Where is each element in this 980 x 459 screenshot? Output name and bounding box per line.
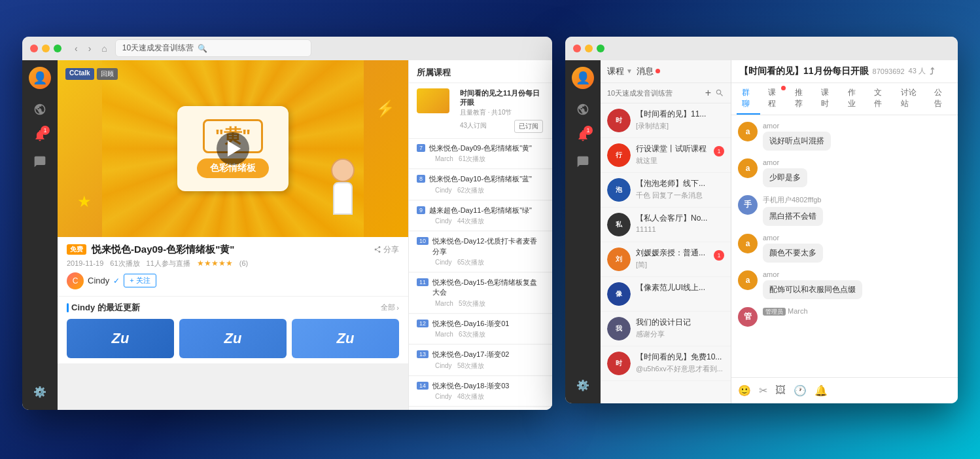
course-item-meta: Cindy 65次播放 — [417, 258, 544, 267]
image-icon[interactable]: 🖼 — [775, 384, 786, 397]
sidebar-item-explore[interactable] — [29, 98, 51, 120]
recent-card-3[interactable]: Zu — [292, 319, 399, 358]
char-head — [331, 158, 355, 182]
nav-buttons: ‹ › ⌂ — [72, 42, 110, 55]
chat-tab-课程[interactable]: 课程 — [763, 83, 786, 115]
left-sidebar: 👤 1 ⚙️ — [22, 60, 58, 410]
msg-item[interactable]: 我 我们的设计日记 感谢分享 — [601, 312, 731, 346]
course-item-title: 悦来悦色-Day15-色彩情绪板复盘大会 — [432, 278, 544, 298]
chat-tab-群聊[interactable]: 群聊 — [737, 83, 760, 115]
right-maximize-button[interactable] — [597, 45, 604, 52]
clock-icon[interactable]: 🕐 — [794, 384, 807, 397]
msg-avatar: 私 — [607, 213, 631, 236]
msg-preview: 感谢分享 — [636, 329, 724, 339]
msg-avatar: 行 — [607, 143, 631, 167]
forward-button[interactable]: › — [86, 42, 94, 55]
sidebar-item-notifications[interactable]: 1 — [29, 124, 51, 147]
right-traffic-lights — [573, 45, 604, 52]
minimize-button[interactable] — [42, 45, 50, 52]
msg-item[interactable]: 时 【时间看的见】免费10... @u5h6xv不好意思才看到... — [601, 346, 731, 381]
emoji-icon[interactable]: 🙂 — [738, 384, 751, 397]
free-tag: 免费 — [67, 244, 86, 255]
course-num-badge: 8 — [417, 175, 425, 183]
chat-tab-文件[interactable]: 文件 — [869, 83, 892, 115]
course-item[interactable]: 10 悦来悦色-Day12-优质打卡者麦香分享 Cindy 65次播放 — [409, 232, 552, 272]
course-item[interactable]: 13 悦来悦色-Day17-渐变02 Cindy 58次播放 — [409, 345, 552, 375]
chat-tab-讨论站[interactable]: 讨论站 — [896, 83, 926, 115]
chat-id: 87093692 — [873, 67, 905, 75]
user-avatar[interactable]: 👤 — [29, 67, 51, 89]
traffic-lights — [30, 45, 61, 52]
home-button[interactable]: ⌂ — [99, 42, 109, 55]
course-item[interactable]: 15 悦来悦色-Day22-效率大提升 Cindy 65次播放 — [409, 407, 552, 410]
right-close-button[interactable] — [573, 45, 581, 52]
chat-msg-content: amor 少即是多 — [763, 158, 807, 187]
follow-button[interactable]: + 关注 — [124, 274, 156, 287]
chat-tab-公告[interactable]: 公告 — [929, 83, 953, 115]
course-item[interactable]: 9 越来超色-Day11-色彩情绪板"绿" Cindy 44次播放 — [409, 201, 552, 231]
msg-avatar: 时 — [607, 352, 631, 375]
chat-title: 【时间看的见】11月份每日开眼 87093692 43 人 ⤴ — [739, 65, 950, 77]
course-item-title: 悦来悦色-Day10-色彩情绪板"蓝" — [429, 174, 544, 184]
video-meta: 2019-11-19 61次播放 11人参与直播 ★★★★★ (6) — [67, 259, 399, 268]
course-num-badge: 11 — [417, 278, 429, 286]
course-top-text: 时间看的见之11月份每日开眼 且量教育 · 共10节 43人订阅 已订阅 — [460, 88, 543, 134]
msg-item[interactable]: 刘 刘媛媛亲授：普通... [简] 1 — [601, 242, 731, 277]
video-plays: 61次播放 — [110, 259, 139, 268]
course-item[interactable]: 14 悦来悦色-Day18-渐变03 Cindy 48次播放 — [409, 376, 552, 407]
right-user-avatar[interactable]: 👤 — [572, 67, 594, 89]
share-button[interactable]: 分享 — [374, 244, 399, 255]
settings-icon[interactable]: ⚙️ — [29, 381, 51, 403]
bell-icon[interactable]: 🔔 — [814, 384, 828, 397]
chat-tab-课时[interactable]: 课时 — [816, 83, 839, 115]
subscribe-button[interactable]: 已订阅 — [514, 120, 543, 133]
msg-item[interactable]: 行 行设课堂丨试听课程 就这里 1 — [601, 138, 731, 173]
right-sidebar-explore[interactable] — [572, 98, 594, 120]
course-item[interactable]: 7 悦来悦色-Day09-色彩情绪板"黄" March 61次播放 — [409, 139, 552, 169]
right-sidebar-messages[interactable] — [572, 151, 594, 173]
back-button[interactable]: ‹ — [72, 42, 80, 55]
course-thumbnail — [417, 88, 449, 113]
course-tab[interactable]: 课程 ▼ — [607, 65, 633, 77]
play-button[interactable] — [217, 132, 249, 165]
msg-item[interactable]: 私 【私人会客厅】No... 11111 — [601, 208, 731, 242]
course-item[interactable]: 12 悦来悦色-Day16-渐变01 March 63次播放 — [409, 314, 552, 344]
view-all-button[interactable]: 全部 › — [381, 303, 399, 312]
right-minimize-button[interactable] — [585, 45, 593, 52]
course-item-meta: Cindy 62次播放 — [417, 186, 544, 195]
right-sidebar-notifications[interactable]: 1 — [572, 124, 594, 147]
sidebar-item-messages[interactable] — [29, 151, 51, 173]
maximize-button[interactable] — [54, 45, 61, 52]
author-info: C Cindy ✓ + 关注 — [67, 272, 399, 289]
chat-tab-作业[interactable]: 作业 — [843, 83, 866, 115]
msg-name: 行设课堂丨试听课程 — [636, 143, 709, 155]
msg-item[interactable]: 像 【像素范儿UI线上... — [601, 277, 731, 312]
chat-tab-推荐[interactable]: 推荐 — [790, 83, 813, 115]
search-icon[interactable] — [715, 88, 724, 98]
chat-sender: 手机用户4802fffgb — [763, 195, 823, 205]
msg-badge: 1 — [714, 250, 724, 261]
msg-item[interactable]: 泡 【泡泡老师】线下... 千色 回复了一条消息 — [601, 173, 731, 208]
recent-card-1[interactable]: Zu — [67, 319, 174, 358]
search-input[interactable] — [607, 89, 701, 97]
msg-preview: 就这里 — [636, 156, 709, 166]
author-avatar[interactable]: C — [67, 272, 84, 289]
url-bar[interactable]: 10天速成发音训练营 🔍 — [115, 39, 311, 57]
chat-avatar: a — [738, 234, 758, 253]
close-button[interactable] — [30, 45, 38, 52]
right-settings-icon[interactable]: ⚙️ — [572, 375, 594, 397]
left-window: ‹ › ⌂ 10天速成发音训练营 🔍 👤 1 — [22, 37, 552, 410]
messages-tab[interactable]: 消息 — [637, 65, 724, 77]
share-link-icon[interactable]: ⤴ — [930, 66, 934, 77]
msg-item[interactable]: 时 【时间看的见】11... [录制结束] — [601, 103, 731, 138]
left-main: CCtalk 回顾 ★ ⚡ "黄" 色彩情绪板 — [58, 60, 408, 410]
cut-icon[interactable]: ✂ — [759, 384, 767, 397]
course-item[interactable]: 11 悦来悦色-Day15-色彩情绪板复盘大会 March 59次播放 — [409, 273, 552, 314]
course-item-meta: Cindy 58次播放 — [417, 361, 544, 371]
messages-header: 课程 ▼ 消息 — [601, 60, 731, 83]
msg-content: 【像素范儿UI线上... — [636, 282, 724, 295]
recent-card-2[interactable]: Zu — [179, 319, 287, 358]
add-icon[interactable]: + — [705, 87, 711, 99]
course-item[interactable]: 8 悦来悦色-Day10-色彩情绪板"蓝" Cindy 62次播放 — [409, 170, 552, 200]
chat-bubble: 说好听点叫混搭 — [763, 132, 831, 151]
